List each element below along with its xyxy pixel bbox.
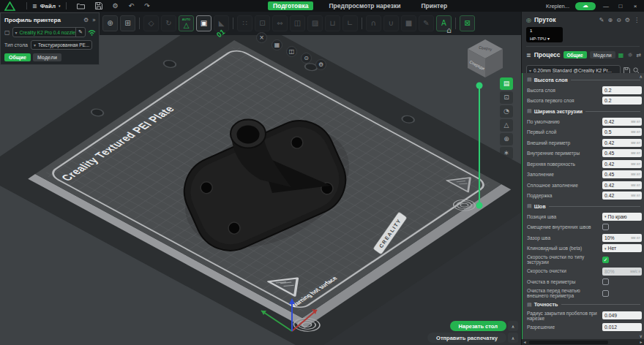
setting-label: Очистка в периметры <box>527 279 602 284</box>
setting-checkbox[interactable] <box>602 278 609 285</box>
scroll-left-icon[interactable]: ◂ <box>522 340 528 344</box>
setting-unit: мм ил <box>631 130 640 134</box>
plate-list-icon[interactable]: ▤ <box>500 77 513 90</box>
gear-circle-icon[interactable]: ⊛ <box>500 133 513 145</box>
setting-input[interactable]: 0.42мм ил <box>602 160 642 168</box>
horizontal-scrollbar[interactable]: ◂ ▸ <box>522 339 644 345</box>
cloud-upload-button[interactable]: ☁ <box>575 2 596 10</box>
mirror-icon: ◣ <box>219 20 225 27</box>
setting-checkbox[interactable] <box>602 290 609 297</box>
section-header[interactable]: ▤Точность <box>527 300 642 310</box>
printer-select[interactable]: ▾ Creality K2 Pro 0.4 nozzle ✎ <box>12 27 86 37</box>
setting-control: 80%мм/с и <box>602 268 642 276</box>
setting-label: Поддержка <box>527 193 602 198</box>
collapse-panel-icon[interactable]: » <box>92 17 96 23</box>
file-menu[interactable]: ≡ Файл ▾ <box>32 3 61 10</box>
setting-input[interactable]: 0.42мм ил <box>602 181 642 189</box>
open-folder-icon[interactable] <box>77 3 85 10</box>
setting-input[interactable]: 0.42мм ил <box>602 118 642 126</box>
tab-preview[interactable]: Предпросмотр нарезки <box>323 1 405 10</box>
process-tab-models[interactable]: Модели <box>590 51 615 58</box>
settings-gear-icon[interactable]: ⚙ <box>113 0 119 12</box>
scroll-up-icon[interactable]: ∧ <box>640 74 643 79</box>
delete-plate-icon[interactable]: × <box>256 32 267 43</box>
restore-button[interactable]: □ <box>616 3 625 10</box>
setting-input[interactable]: 0.45мм ил <box>602 149 642 157</box>
plate-settings-icon[interactable]: ⚙ <box>315 59 326 70</box>
lock-plate-icon[interactable]: ⊙ <box>301 53 312 64</box>
clone-plate-icon[interactable]: ◫ <box>286 46 297 57</box>
setting-input[interactable]: 0.5мм ил <box>602 128 642 136</box>
scrollbar-thumb[interactable] <box>529 341 608 344</box>
scale-button[interactable]: ▣ <box>196 15 211 31</box>
setting-value: 0.42 <box>604 183 631 188</box>
setting-input[interactable]: 0.2 <box>602 96 642 105</box>
tab-models[interactable]: Модели <box>33 53 61 61</box>
chevron-down-icon: ▾ <box>34 42 36 48</box>
slice-options-caret[interactable]: ∧ <box>508 321 518 331</box>
auto-orient-button[interactable]: AUTO△ <box>179 15 194 31</box>
setting-input[interactable]: 0.012 <box>602 323 642 331</box>
setting-row: Внешний периметр0.42мм ил <box>527 137 642 148</box>
send-options-caret[interactable]: ∧ <box>508 333 518 343</box>
compare-icon[interactable]: ⇄ <box>637 52 642 58</box>
undo-icon[interactable]: ↶ <box>129 0 135 12</box>
setting-control: 0.42мм ил <box>602 192 642 200</box>
divider <box>66 2 67 10</box>
printer-settings-gear-icon[interactable]: ⚙ <box>83 17 89 23</box>
setting-select[interactable]: ▾По краю <box>602 213 642 221</box>
remove-filament-icon[interactable]: ⊖ <box>616 17 621 23</box>
setting-checkbox[interactable]: ✓ <box>602 257 609 263</box>
setting-input[interactable]: 0.45мм ил <box>602 170 642 178</box>
setting-input[interactable]: 0.42мм ил <box>602 192 642 200</box>
setting-select[interactable]: ▾Нет <box>602 244 642 252</box>
tab-general[interactable]: Общие <box>4 53 31 61</box>
section-header[interactable]: ▤Шов <box>527 201 642 211</box>
redo-icon[interactable]: ↷ <box>144 0 150 12</box>
add-plate-button[interactable]: ⊞ <box>120 15 135 31</box>
bed-type-select[interactable]: ▾ Текстурированная PE... <box>31 40 92 50</box>
filament-slot[interactable]: 1 HP-TPU ▾ <box>526 27 563 42</box>
setting-input[interactable]: 0.2 <box>602 86 642 94</box>
send-print-button[interactable]: Отправить распечатку <box>427 333 506 343</box>
setting-input[interactable]: 10%мм ил <box>602 234 642 242</box>
scroll-down-icon[interactable]: ∨ <box>640 333 643 338</box>
tab-printer[interactable]: Принтер <box>416 1 452 10</box>
setting-unit: мм ил <box>631 151 640 155</box>
quick-settings-icon[interactable]: ▦ <box>618 52 624 58</box>
tab-prepare[interactable]: Подготовка <box>268 1 313 10</box>
app-logo-icon <box>4 1 15 11</box>
edit-printer-icon[interactable]: ✎ <box>75 28 85 37</box>
scroll-right-icon[interactable]: ▸ <box>638 340 644 344</box>
bed-type-value: Текстурированная PE... <box>38 42 89 48</box>
setting-label: Внешний периметр <box>527 140 602 145</box>
minimize-button[interactable]: — <box>602 3 610 10</box>
section-header[interactable]: ▤Ширина экструзии <box>527 106 642 116</box>
section-line <box>561 304 640 305</box>
add-filament-icon[interactable]: ⊕ <box>607 17 613 23</box>
setting-input[interactable]: 0.049 <box>602 311 642 319</box>
wrench-icon[interactable]: ✎ <box>599 17 604 23</box>
section-header[interactable]: ▤Высота слоя <box>527 75 642 85</box>
select-plate-icon[interactable]: ⊡ <box>500 91 513 104</box>
home-view-icon[interactable]: ⌂ <box>446 26 452 34</box>
filament-settings-icon[interactable]: ⚙ <box>625 17 630 23</box>
setting-input[interactable]: 0.42мм ил <box>602 139 642 147</box>
clock-icon[interactable]: ◔ <box>500 105 513 118</box>
split-icon: ⊠ <box>464 20 470 27</box>
plate-grid-icon[interactable]: ▦ <box>272 39 282 50</box>
add-model-button[interactable]: ⊕ <box>102 15 118 31</box>
setting-row: Очистка в периметры <box>527 276 642 287</box>
slice-plate-button[interactable]: Нарезать стол <box>450 321 506 331</box>
process-tab-general[interactable]: Общие <box>564 51 587 58</box>
close-button[interactable]: × <box>631 3 640 10</box>
lamp-icon[interactable]: △ <box>500 119 513 132</box>
setting-checkbox[interactable] <box>602 224 609 230</box>
section-icon: ▤ <box>527 77 532 83</box>
save-icon[interactable] <box>95 2 102 10</box>
more-icon[interactable]: ⋮ <box>634 17 640 23</box>
orientation-cube[interactable]: Сверху Спереди <box>463 37 508 80</box>
tips-icon[interactable]: ☼ <box>627 52 632 58</box>
fan-icon[interactable]: ∗ <box>500 147 513 159</box>
split-button[interactable]: ⊠ <box>460 15 475 31</box>
